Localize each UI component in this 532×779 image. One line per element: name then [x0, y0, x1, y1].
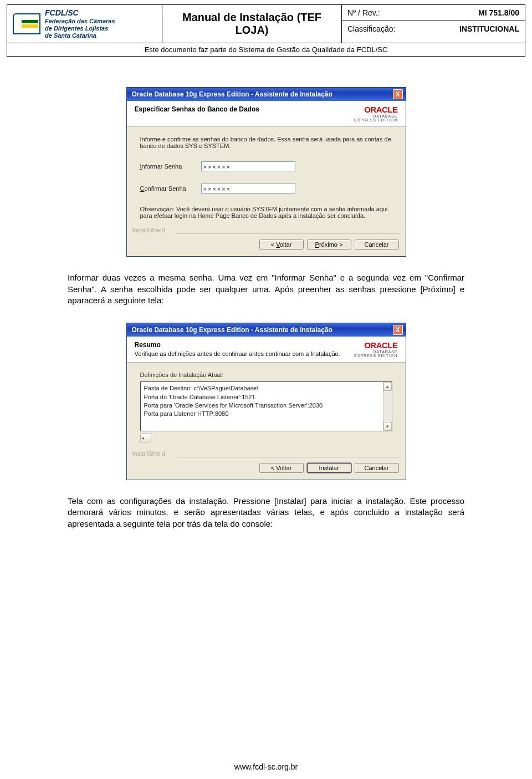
def-line2: Porta do 'Oracle Database Listener':1521: [144, 393, 388, 401]
logo-icon: [13, 13, 40, 34]
dialog-heading-text: Especificar Senhas do Banco de Dados: [135, 105, 349, 114]
header-right: Nº / Rev.: MI 751.8/00 Classificação: IN…: [342, 5, 525, 43]
docnum-row: Nº / Rev.: MI 751.8/00: [342, 5, 525, 21]
def-line1: Pasta de Destino: c:\VeSPague\Database\: [144, 384, 388, 393]
scroll-up-icon[interactable]: ▲: [383, 382, 392, 391]
button-row: < Voltar Instalar Cancelar: [127, 457, 406, 480]
doc-title: Manual de Instalação (TEF LOJA): [162, 5, 342, 43]
close-icon[interactable]: X: [393, 89, 403, 99]
dialog-titlebar[interactable]: Oracle Database 10g Express Edition - As…: [127, 88, 406, 101]
header-logo-cell: FCDL/SC Federação das Câmaras de Dirigen…: [7, 5, 162, 43]
dialog-heading-row: Resumo Verifique as definições antes de …: [127, 337, 406, 363]
installshield-label: InstallShield: [127, 225, 406, 233]
button-row: < Voltar Próximo > Cancelar: [127, 234, 406, 256]
oracle-sub2: EXPRESS EDITION: [354, 118, 397, 122]
class-value: INSTITUCIONAL: [459, 24, 519, 33]
definitions-textarea[interactable]: Pasta de Destino: c:\VeSPague\Database\ …: [140, 381, 392, 431]
org-name: FCDL/SC Federação das Câmaras de Dirigen…: [45, 8, 115, 39]
doc-subtitle: Este documento faz parte do Sistema de G…: [7, 43, 525, 57]
def-line4: Porta para Listener HTTP:8080: [144, 410, 388, 418]
dialog-title: Oracle Database 10g Express Edition - As…: [130, 326, 393, 334]
oracle-logo: ORACLE DATABASE EXPRESS EDITION: [354, 105, 397, 122]
dialog-heading-text: Resumo Verifique as definições antes de …: [135, 341, 349, 358]
oracle-logo: ORACLE DATABASE EXPRESS EDITION: [354, 341, 397, 358]
dialog-heading-row: Especificar Senhas do Banco de Dados ORA…: [127, 101, 406, 127]
dialog-body: Definições de Instalação Atual: Pasta de…: [127, 363, 406, 448]
page-footer: www.fcdl-sc.org.br: [0, 762, 532, 771]
page: FCDL/SC Federação das Câmaras de Dirigen…: [0, 0, 532, 779]
oracle-sub1: DATABASE: [354, 114, 397, 118]
label-confirmar-senha: Confirmar Senha: [140, 185, 201, 192]
label-informar-senha: Informar Senha: [140, 163, 201, 170]
oracle-brand: ORACLE: [364, 105, 397, 114]
dialog-password: Oracle Database 10g Express Edition - As…: [126, 87, 406, 257]
row-confirmar-senha: Confirmar Senha ××××××: [140, 184, 392, 194]
definitions-label: Definições de Instalação Atual:: [140, 371, 392, 378]
class-label: Classificação:: [347, 24, 459, 33]
docnum-label: Nº / Rev.:: [347, 8, 478, 17]
next-button[interactable]: Próximo >: [307, 240, 351, 250]
dialog-title: Oracle Database 10g Express Edition - As…: [130, 90, 393, 98]
doc-header: FCDL/SC Federação das Câmaras de Dirigen…: [7, 4, 525, 43]
dialog-titlebar[interactable]: Oracle Database 10g Express Edition - As…: [127, 323, 406, 337]
dialog-heading: Especificar Senhas do Banco de Dados: [135, 105, 349, 113]
org-line2: de Dirigentes Lojistas: [45, 25, 115, 32]
org-line3: de Santa Catarina: [45, 32, 115, 39]
scroll-left-icon[interactable]: ◄: [140, 434, 151, 442]
paragraph-1: Informar duas vezes a mesma senha. Uma v…: [7, 272, 525, 306]
scrollbar-vertical[interactable]: ▲ ▼: [383, 382, 392, 431]
org-line1: Federação das Câmaras: [45, 18, 115, 25]
dialog-subheading: Verifique as definições antes de continu…: [135, 350, 340, 357]
logo-block: FCDL/SC Federação das Câmaras de Dirigen…: [13, 8, 115, 39]
org-acronym: FCDL/SC: [45, 8, 115, 18]
dialog-note: Observação: Você deverá usar o usuário S…: [140, 206, 392, 219]
paragraph-2: Tela com as configurações da instalação.…: [7, 496, 525, 529]
def-line3: Porta para 'Oracle Services for Microsof…: [144, 401, 388, 410]
close-icon[interactable]: X: [393, 325, 403, 335]
dialog-summary: Oracle Database 10g Express Edition - As…: [126, 323, 406, 480]
input-confirmar-senha[interactable]: ××××××: [201, 184, 295, 194]
input-informar-senha[interactable]: ××××××: [201, 161, 295, 171]
docnum-value: MI 751.8/00: [478, 8, 519, 17]
cancel-button[interactable]: Cancelar: [355, 240, 399, 250]
dialog-heading: Resumo: [135, 341, 349, 349]
dialog-body: Informe e confirme as senhas do banco de…: [127, 127, 406, 225]
dialog-intro: Informe e confirme as senhas do banco de…: [140, 136, 392, 149]
install-button[interactable]: Instalar: [307, 463, 351, 473]
back-button[interactable]: < Voltar: [259, 240, 304, 250]
oracle-brand: ORACLE: [364, 340, 397, 350]
scroll-down-icon[interactable]: ▼: [383, 422, 392, 431]
cancel-button[interactable]: Cancelar: [355, 463, 399, 473]
class-row: Classificação: INSTITUCIONAL: [342, 21, 525, 37]
back-button[interactable]: < Voltar: [259, 463, 304, 473]
oracle-sub1: DATABASE: [354, 350, 397, 354]
installshield-label: InstallShield: [127, 448, 406, 457]
row-inform-senha: Informar Senha ××××××: [140, 161, 392, 171]
oracle-sub2: EXPRESS EDITION: [354, 354, 397, 358]
